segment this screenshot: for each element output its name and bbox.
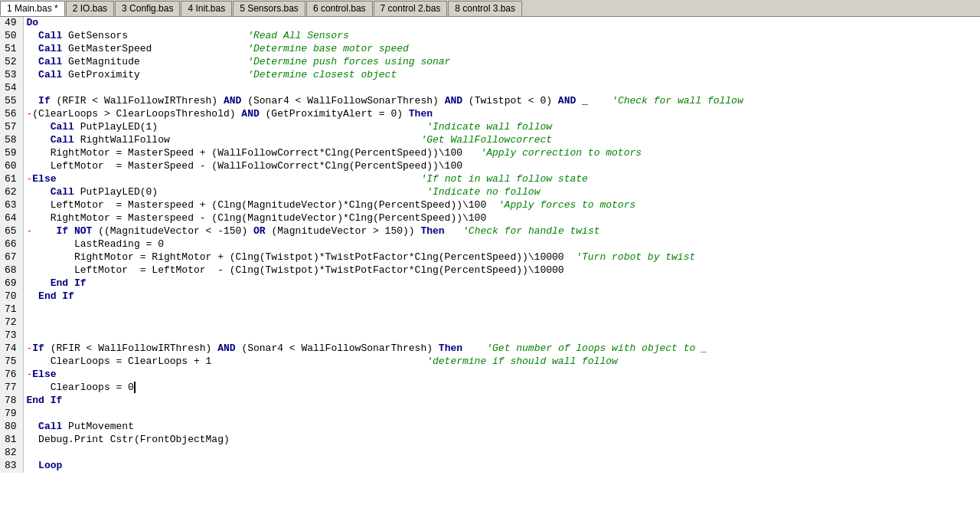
line-number: 60 xyxy=(0,160,23,173)
line-content[interactable] xyxy=(23,316,980,329)
tab-6[interactable]: 6 control.bas xyxy=(306,1,373,16)
tab-4[interactable]: 4 Init.bas xyxy=(181,1,232,16)
code-text: (Twistpot < 0) xyxy=(462,95,558,107)
line-content[interactable]: Clearloops = 0 xyxy=(23,382,980,395)
keyword: Then xyxy=(439,343,462,354)
line-content[interactable]: RightMotor = RightMotor + (Clng(Twistpot… xyxy=(23,251,980,264)
line-content[interactable]: Do xyxy=(23,17,980,30)
table-row: 68 LeftMotor = LeftMotor - (Clng(Twistpo… xyxy=(0,264,980,277)
line-number: 78 xyxy=(0,395,23,408)
line-content[interactable]: Call RightWallFollow 'Get WallFollowcorr… xyxy=(23,134,980,147)
line-content[interactable]: If (RFIR < WallFollowIRThresh) AND (Sona… xyxy=(23,95,980,108)
line-content[interactable]: End If xyxy=(23,277,980,290)
table-row: 79 xyxy=(0,408,980,421)
table-row: 52 Call GetMagnitude 'Determine push for… xyxy=(0,56,980,69)
line-content[interactable] xyxy=(23,82,980,95)
code-text: ClearLoops = ClearLoops + 1 xyxy=(27,356,427,367)
keyword: End If xyxy=(27,277,87,289)
keyword: Then xyxy=(409,108,433,120)
tab-7[interactable]: 7 control 2.bas xyxy=(374,1,448,16)
line-content[interactable] xyxy=(23,408,980,421)
line-content[interactable]: -(ClearLoops > ClearLoopsThreshold) AND … xyxy=(23,108,980,121)
line-content[interactable]: Call PutPlayLED(1) 'Indicate wall follow xyxy=(23,121,980,134)
table-row: 78End If xyxy=(0,395,980,408)
line-content[interactable]: End If xyxy=(23,290,980,303)
table-row: 60 LeftMotor = MasterSpeed - (WallFollow… xyxy=(0,160,980,173)
comment: 'Check for handle twist xyxy=(462,225,599,237)
table-row: 61-Else 'If not in wall follow state xyxy=(0,173,980,186)
table-row: 56-(ClearLoops > ClearLoopsThreshold) AN… xyxy=(0,108,980,121)
line-content[interactable]: -If (RFIR < WallFollowIRThresh) AND (Son… xyxy=(23,343,980,356)
table-row: 50 Call GetSensors 'Read All Sensors xyxy=(0,30,980,43)
line-content[interactable] xyxy=(23,303,980,316)
line-content[interactable]: - If NOT ((MagnitudeVector < -150) OR (M… xyxy=(23,225,980,238)
code-text: (Sonar4 < WallFollowSonarThresh) xyxy=(236,343,439,354)
table-row: 55 If (RFIR < WallFollowIRThresh) AND (S… xyxy=(0,95,980,108)
line-content[interactable]: ClearLoops = ClearLoops + 1 'determine i… xyxy=(23,356,980,369)
line-number: 56 xyxy=(0,108,23,121)
line-number: 71 xyxy=(0,303,23,316)
code-text: LeftMotor = LeftMotor - (Clng(Twistpot)*… xyxy=(27,264,564,276)
code-area[interactable]: 49Do50 Call GetSensors 'Read All Sensors… xyxy=(0,17,980,531)
code-text xyxy=(445,225,462,237)
line-content[interactable]: Loop xyxy=(23,460,980,473)
code-text: GetSensors xyxy=(62,30,247,41)
comment: 'determine if should wall follow xyxy=(426,356,618,367)
code-text: RightMotor = MasterSpeed + (WallFollowCo… xyxy=(27,147,481,159)
comment: 'Turn robot by twist xyxy=(576,251,695,263)
keyword: AND xyxy=(558,95,576,107)
code-text: (MagnitudeVector > 150)) xyxy=(266,225,421,237)
code-text: ((MagnitudeVector < -150) xyxy=(92,225,253,237)
code-text: PutPlayLED(1) xyxy=(74,121,426,133)
code-text: RightWallFollow xyxy=(74,134,420,146)
line-number: 65 xyxy=(0,225,23,238)
tab-2[interactable]: 2 IO.bas xyxy=(66,1,114,16)
code-text: GetMagnitude xyxy=(62,56,247,67)
comment: 'Get number of loops with object to _ xyxy=(486,343,707,354)
line-content[interactable]: RightMotor = MasterSpeed + (WallFollowCo… xyxy=(23,147,980,160)
line-content[interactable]: Call PutMovement xyxy=(23,421,980,434)
line-content[interactable]: Call GetMasterSpeed 'Determine base moto… xyxy=(23,43,980,56)
line-number: 77 xyxy=(0,382,23,395)
line-content[interactable]: -Else xyxy=(23,369,980,382)
line-content[interactable]: LeftMotor = MasterSpeed - (WallFollowCor… xyxy=(23,160,980,173)
line-content[interactable]: LeftMotor = LeftMotor - (Clng(Twistpot)*… xyxy=(23,264,980,277)
line-number: 52 xyxy=(0,56,23,69)
table-row: 63 LeftMotor = Masterspeed + (Clng(Magni… xyxy=(0,199,980,212)
table-row: 82 xyxy=(0,447,980,460)
comment: 'Indicate no follow xyxy=(426,186,540,198)
tab-bar: 1 Main.bas *2 IO.bas3 Config.bas4 Init.b… xyxy=(0,0,980,17)
tab-3[interactable]: 3 Config.bas xyxy=(115,1,180,16)
keyword: Then xyxy=(420,225,444,237)
line-content[interactable]: Call GetSensors 'Read All Sensors xyxy=(23,30,980,43)
line-content[interactable]: RightMotor = Masterspeed - (Clng(Magnitu… xyxy=(23,212,980,225)
code-text xyxy=(27,95,39,107)
keyword: End If xyxy=(27,395,63,406)
table-row: 83 Loop xyxy=(0,460,980,473)
table-row: 76-Else xyxy=(0,369,980,382)
tab-8[interactable]: 8 control 3.bas xyxy=(448,1,522,16)
keyword: OR xyxy=(253,225,266,237)
line-content[interactable] xyxy=(23,447,980,460)
code-text: (Sonar4 < WallFollowSonarThresh) xyxy=(241,95,444,107)
line-content[interactable]: End If xyxy=(23,395,980,408)
keyword: Call xyxy=(27,121,74,133)
code-text: PutMovement xyxy=(62,421,134,432)
tab-1[interactable]: 1 Main.bas * xyxy=(0,1,65,16)
line-content[interactable]: Debug.Print Cstr(FrontObjectMag) xyxy=(23,434,980,447)
line-content[interactable]: LastReading = 0 xyxy=(23,238,980,251)
line-content[interactable] xyxy=(23,329,980,343)
code-text: (ClearLoops > ClearLoopsThreshold) xyxy=(32,108,241,120)
line-content[interactable]: Call PutPlayLED(0) 'Indicate no follow xyxy=(23,186,980,199)
line-number: 61 xyxy=(0,173,23,186)
line-content[interactable]: LeftMotor = Masterspeed + (Clng(Magnitud… xyxy=(23,199,980,212)
line-content[interactable]: Call GetMagnitude 'Determine push forces… xyxy=(23,56,980,69)
line-number: 50 xyxy=(0,30,23,43)
line-content[interactable]: -Else 'If not in wall follow state xyxy=(23,173,980,186)
line-content[interactable]: Call GetProximity 'Determine closest obj… xyxy=(23,69,980,82)
line-number: 76 xyxy=(0,369,23,382)
line-number: 62 xyxy=(0,186,23,199)
table-row: 54 xyxy=(0,82,980,95)
table-row: 77 Clearloops = 0 xyxy=(0,382,980,395)
tab-5[interactable]: 5 Sensors.bas xyxy=(233,1,305,16)
